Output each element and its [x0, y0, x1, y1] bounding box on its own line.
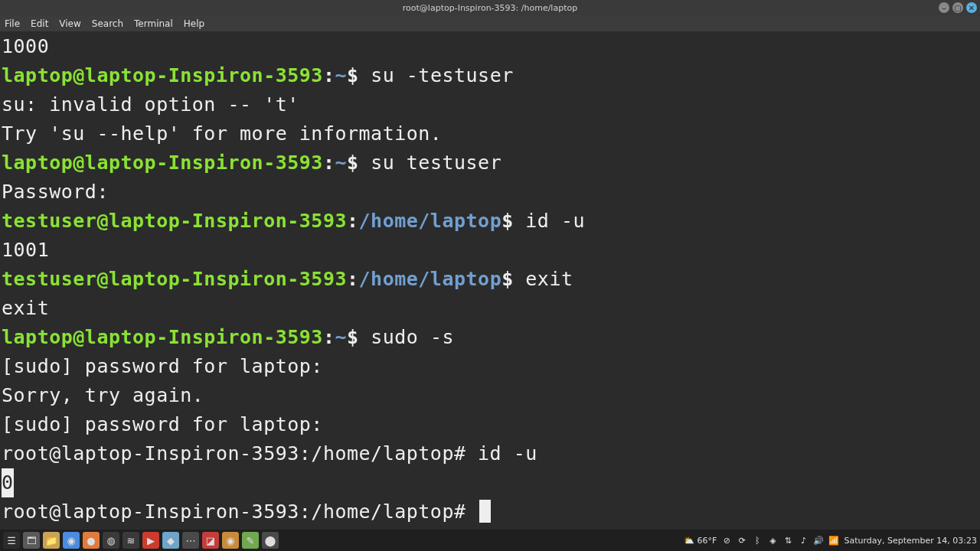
discord-icon[interactable]: ◆	[162, 532, 179, 549]
folder-icon[interactable]: 📁	[43, 532, 60, 549]
music-icon[interactable]: ♪	[798, 535, 808, 546]
sudo-pw-1: [sudo] password for laptop:	[2, 355, 323, 377]
steam-icon[interactable]: ◍	[103, 532, 119, 549]
app1-icon[interactable]: ◪	[202, 532, 219, 549]
cmd-su-good: su testuser	[359, 152, 502, 174]
menu-bar: File Edit View Search Terminal Help	[0, 15, 980, 32]
root-prompt-2: root@laptop-Inspiron-3593:/home/laptop#	[2, 500, 466, 523]
output-exit: exit	[2, 297, 49, 319]
chrome-icon[interactable]: ◉	[63, 532, 80, 549]
media-icon[interactable]: ▶	[142, 532, 159, 549]
maximize-button[interactable]: ▢	[952, 2, 963, 13]
sudo-pw-2: [sudo] password for laptop:	[2, 413, 323, 435]
output-1000: 1000	[2, 35, 49, 57]
refresh-icon[interactable]: ⟳	[737, 535, 747, 546]
password-prompt: Password:	[2, 181, 109, 203]
spotify-icon[interactable]: ≋	[122, 532, 139, 549]
menu-edit[interactable]: Edit	[31, 18, 48, 29]
err-su-2: Try 'su --help' for more information.	[2, 122, 442, 145]
menu-file[interactable]: File	[5, 18, 20, 29]
wifi-icon[interactable]: 📶	[828, 535, 839, 546]
menu-help[interactable]: Help	[184, 18, 204, 29]
window-titlebar: root@laptop-Inspiron-3593: /home/laptop …	[0, 0, 980, 15]
app3-icon[interactable]: ✎	[242, 532, 259, 549]
window-title: root@laptop-Inspiron-3593: /home/laptop	[403, 3, 577, 13]
output-1001: 1001	[2, 239, 49, 261]
terminal-cursor	[479, 500, 491, 523]
clock[interactable]: Saturday, September 14, 03:23	[844, 536, 977, 546]
minimize-button[interactable]: –	[939, 2, 949, 13]
menu-view[interactable]: View	[59, 18, 80, 29]
network-icon[interactable]: ⇅	[782, 535, 793, 546]
firefox-icon[interactable]: ●	[83, 532, 100, 549]
taskbar: ☰🗔📁◉●◍≋▶◆⋯◪◉✎⬤ ⛅ 66°F ⊘ ⟳ ᛒ ◈ ⇅ ♪ 🔊 📶 Sa…	[0, 530, 980, 551]
sudo-sorry: Sorry, try again.	[2, 384, 204, 406]
app2-icon[interactable]: ◉	[222, 532, 239, 549]
cmd-su-bad: su -testuser	[359, 64, 514, 86]
volume-icon[interactable]: 🔊	[813, 535, 824, 546]
cmd-id-u: id -u	[514, 210, 585, 232]
err-su-1: su: invalid option -- 't'	[2, 93, 299, 116]
output-0-selected: 0	[2, 468, 14, 497]
mint-icon[interactable]: ⬤	[262, 532, 279, 549]
code-icon[interactable]: ⋯	[182, 532, 199, 549]
root-prompt-1: root@laptop-Inspiron-3593:/home/laptop#	[2, 442, 466, 465]
bluetooth-icon[interactable]: ᛒ	[752, 535, 763, 546]
menu-icon[interactable]: ☰	[3, 532, 20, 549]
files-icon[interactable]: 🗔	[23, 532, 40, 549]
block-icon[interactable]: ⊘	[721, 535, 732, 546]
menu-search[interactable]: Search	[92, 18, 123, 29]
terminal-output[interactable]: 1000 laptop@laptop-Inspiron-3593:~$ su -…	[0, 32, 980, 530]
menu-terminal[interactable]: Terminal	[134, 18, 173, 29]
weather-widget[interactable]: ⛅ 66°F	[684, 536, 717, 546]
cmd-sudo-s: sudo -s	[359, 326, 454, 348]
shield-icon[interactable]: ◈	[767, 535, 778, 546]
window-controls: – ▢ ✕	[939, 2, 977, 13]
cmd-exit: exit	[514, 268, 573, 290]
system-tray: ⛅ 66°F ⊘ ⟳ ᛒ ◈ ⇅ ♪ 🔊 📶 Saturday, Septemb…	[684, 535, 977, 546]
prompt-testuser: testuser@laptop-Inspiron-3593	[2, 210, 347, 232]
prompt-userhost: laptop@laptop-Inspiron-3593	[2, 64, 323, 86]
close-button[interactable]: ✕	[966, 2, 977, 13]
cmd-root-idu: id -u	[466, 442, 537, 465]
